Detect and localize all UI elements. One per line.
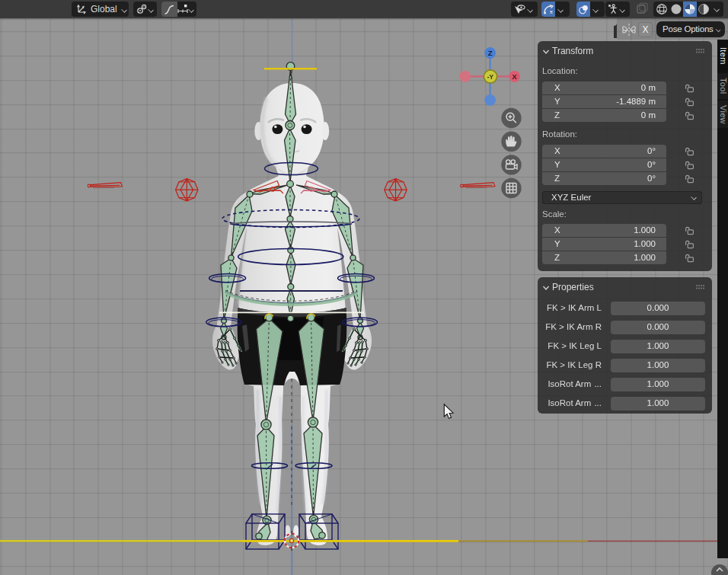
svg-text:-Y: -Y <box>487 73 494 81</box>
svg-text:Z: Z <box>488 49 493 57</box>
svg-text:X: X <box>512 72 517 81</box>
